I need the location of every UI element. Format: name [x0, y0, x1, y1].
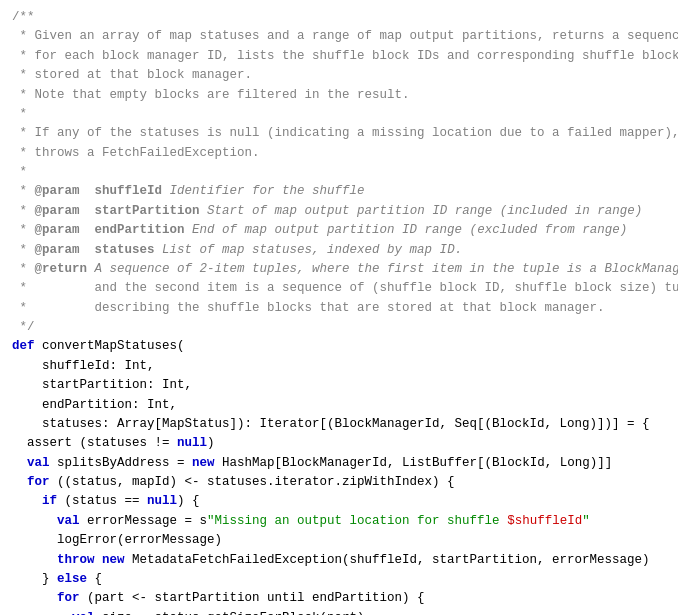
code-block: /** * Given an array of map statuses and… — [12, 8, 666, 615]
code-container: /** * Given an array of map statuses and… — [0, 0, 678, 615]
